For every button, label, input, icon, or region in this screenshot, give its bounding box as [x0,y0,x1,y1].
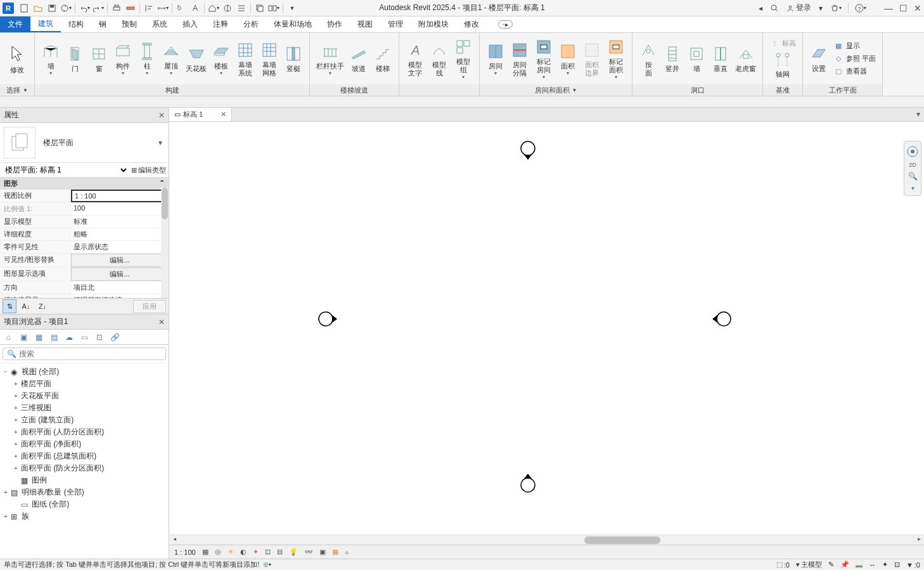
tag-area-button[interactable]: 标记 面积▾ [604,36,628,81]
ribbon-tab-manage[interactable]: 管理 [380,16,411,32]
infocenter-arrow-icon[interactable]: ◂ [756,2,765,15]
crop-view-icon[interactable]: ⊡ [265,548,271,556]
ribbon-tab-precast[interactable]: 预制 [114,16,144,32]
qat-tag-icon[interactable] [175,2,188,15]
browser-schedules-icon[interactable]: ▤ [48,332,60,343]
prop-row-parts-visibility[interactable]: 零件可见性显示原状态 [0,241,169,254]
tree-item[interactable]: ▦图例 [0,474,169,486]
tag-room-button[interactable]: 标记 房间▾ [532,36,556,81]
qat-align-icon[interactable] [143,2,155,15]
qat-close-inactive-icon[interactable] [253,2,266,15]
window-button[interactable]: 窗 [87,43,111,74]
qat-measure-icon[interactable] [124,2,137,15]
tree-item[interactable]: +立面 (建筑立面) [0,414,169,426]
tree-item[interactable]: +三维视图 [0,402,169,414]
room-button[interactable]: 房间▾ [484,41,508,77]
status-filter-icon[interactable]: ▼:0 [906,561,920,569]
app-store-icon[interactable]: ▾ [828,2,844,15]
tree-item[interactable]: +▤明细表/数量 (全部) [0,486,169,498]
reveal-constraints-icon[interactable]: ⟐ [345,548,349,556]
viewer-button[interactable]: ▢查看器 [831,66,878,77]
tree-item[interactable]: −◉视图 (全部) [0,366,169,378]
temp-hide-icon[interactable]: 👓 [304,548,313,556]
ribbon-tab-systems[interactable]: 系统 [144,16,175,32]
ribbon-tab-addins[interactable]: 附加模块 [411,16,456,32]
maximize-icon[interactable]: ☐ [899,3,908,13]
search-icon[interactable] [767,2,781,15]
ribbon-tab-analyze[interactable]: 分析 [236,16,266,32]
prop-sort-za-icon[interactable]: Z↓ [35,299,49,313]
elevation-marker-east[interactable] [712,309,731,328]
minimize-icon[interactable]: — [884,3,893,13]
rendering-icon[interactable]: ✦ [253,548,259,556]
status-workset-icon[interactable]: ⊕ [263,560,269,569]
view-tab-close-icon[interactable]: ✕ [221,110,226,119]
nav-zoom-icon[interactable]: 🔍 [908,172,918,181]
help-icon[interactable]: ?▾ [852,2,869,15]
qat-dim-icon[interactable]: ▾ [157,2,169,15]
qat-print-icon[interactable] [110,2,123,15]
ribbon-tab-massing[interactable]: 体量和场地 [266,16,319,32]
prop-row-orientation[interactable]: 方向项目北 [0,282,169,294]
prop-group-graphics[interactable]: 图形⌃ [0,178,169,190]
prop-row-wall-join[interactable]: 墙连接显示清理所有墙连接 [0,294,169,298]
tree-item[interactable]: +面积平面 (总建筑面积) [0,450,169,462]
detail-level-icon[interactable]: ▦ [202,548,209,556]
sun-path-icon[interactable]: ☀ [228,548,234,556]
ribbon-tab-view[interactable]: 视图 [350,16,380,32]
tree-item[interactable]: +面积平面 (净面积) [0,438,169,450]
tree-expand-icon[interactable]: + [13,453,19,460]
set-workplane-button[interactable]: 设置 [807,43,831,74]
nav-menu-icon[interactable]: ▾ [911,185,914,191]
ribbon-tab-file[interactable]: 文件 [0,16,30,32]
modify-button[interactable]: 修改 [4,42,30,75]
tree-item[interactable]: +面积平面 (人防分区面积) [0,426,169,438]
browser-panel-icon[interactable]: ☁ [63,332,75,343]
qat-dropdown-icon[interactable]: ▼ [286,2,298,15]
ribbon-tab-modify[interactable]: 修改 [456,16,487,32]
reveal-hidden-icon[interactable]: ▣ [319,548,326,556]
elevation-marker-west[interactable] [318,309,337,328]
tree-item[interactable]: +楼层平面 [0,378,169,390]
prop-row-view-scale[interactable]: 视图比例1 : 100 [0,190,169,203]
drawing-canvas[interactable]: 2D 🔍 ▾ [169,122,924,545]
tree-expand-icon[interactable]: + [13,441,19,448]
view-scale-selector[interactable]: 1 : 100 [174,548,196,556]
view-tab-active[interactable]: ▭ 标高 1 ✕ [169,108,232,121]
elevation-marker-north[interactable] [518,141,537,160]
edit-type-button[interactable]: ⊞编辑类型 [131,165,166,175]
vertical-opening-button[interactable]: 垂直 [709,43,733,74]
tree-expand-icon[interactable]: + [13,417,19,424]
worksharing-display-icon[interactable]: ▦ [332,548,338,556]
tree-expand-icon[interactable]: + [3,489,9,496]
qat-undo-icon[interactable]: ▾ [78,2,91,15]
ceiling-button[interactable]: 天花板 [183,43,209,74]
ribbon-tab-steel[interactable]: 钢 [91,16,114,32]
instance-selector[interactable]: 楼层平面: 标高 1 [3,165,129,175]
prop-row-graphic-display[interactable]: 图形显示选项编辑... [0,268,169,282]
status-select-face-icon[interactable]: ✦ [882,560,888,569]
nav-steering-wheel-icon[interactable] [906,145,919,158]
status-select-underlay-icon[interactable]: ▬ [856,561,863,569]
ribbon-tab-structure[interactable]: 结构 [61,16,91,32]
status-editable-only-icon[interactable]: ✎ [828,560,834,569]
elevation-marker-south[interactable] [518,474,537,493]
qat-section-icon[interactable] [221,2,234,15]
shaft-button[interactable]: 竖井 [660,43,684,74]
visual-style-icon[interactable]: ◎ [215,548,221,556]
column-button[interactable]: 柱▾ [135,41,159,77]
status-select-pinned-icon[interactable]: 📌 [840,560,849,569]
tree-expand-icon[interactable]: + [13,392,19,399]
close-icon[interactable]: ✕ [914,3,921,13]
component-button[interactable]: 构件▾ [111,41,135,77]
qat-thin-lines-icon[interactable] [235,2,248,15]
browser-home-icon[interactable]: ⌂ [3,332,14,343]
canvas-hscrollbar[interactable]: ◂ ▸ [169,534,924,545]
qat-switch-windows-icon[interactable]: ▾ [267,2,280,15]
unhide-icon[interactable]: 💡 [289,548,298,556]
browser-views-icon[interactable]: ▣ [18,332,29,343]
status-select-links-icon[interactable]: ⬚ :0 [776,560,790,569]
wall-opening-button[interactable]: 墙 [684,43,709,74]
prop-row-visibility-override[interactable]: 可见性/图形替换编辑... [0,254,169,268]
ribbon-tab-insert[interactable]: 插入 [175,16,205,32]
